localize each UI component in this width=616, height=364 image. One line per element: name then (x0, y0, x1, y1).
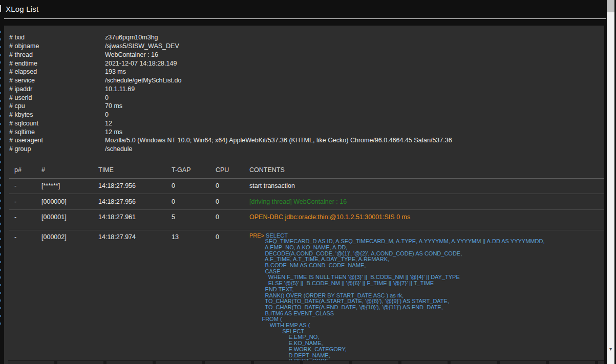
table-row[interactable]: - [000002] 14:18:27.974 13 0 PRE> SELECT… (9, 230, 604, 364)
info-label: # elapsed (4, 68, 105, 75)
info-value: 70 ms (105, 102, 604, 110)
cell-p: - (14, 213, 41, 221)
info-label: # useragent (4, 137, 105, 144)
info-value: Mozilla/5.0 (Windows NT 10.0; Win64; x64… (105, 137, 604, 144)
info-value: z37u6pqm10m3hg (105, 34, 604, 41)
info-label: # group (4, 145, 105, 153)
cell-cpu: 0 (216, 182, 249, 189)
info-value: /schedule (105, 145, 604, 153)
info-value: /sjwas5/SISW_WAS_DEV (105, 42, 604, 50)
info-label: # sqlcount (4, 120, 105, 127)
cell-num: [000001] (41, 213, 98, 221)
info-value: 2021-12-07 14:18:28.149 (105, 60, 604, 67)
page-title: XLog List (6, 5, 38, 13)
cell-contents-open-dbc: OPEN-DBC jdbc:oracle:thin:@10.1.2.51:300… (249, 213, 604, 221)
left-edge-mark (0, 5, 1, 12)
info-row-group: # group /schedule (4, 145, 604, 154)
info-label: # kbytes (4, 111, 105, 118)
info-row-sqltime: # sqltime 12 ms (4, 127, 604, 136)
column-header-num: # (41, 166, 98, 174)
cell-time: 14:18:27.974 (98, 233, 172, 241)
info-row-objname: # objname /sjwas5/SISW_WAS_DEV (4, 42, 604, 51)
info-row-kbytes: # kbytes 0 (4, 111, 604, 119)
info-row-useragent: # useragent Mozilla/5.0 (Windows NT 10.0… (4, 136, 604, 145)
scroll-down-icon[interactable]: ▾ (607, 345, 614, 353)
cell-num: [******] (41, 182, 98, 189)
table-row[interactable]: - [000001] 14:18:27.961 5 0 OPEN-DBC jdb… (9, 210, 604, 230)
info-value: 10.1.11.69 (105, 85, 604, 93)
info-label: # ipaddr (4, 85, 105, 93)
info-row-txid: # txid z37u6pqm10m3hg (4, 33, 604, 42)
cell-contents-driving-thread: [driving thread] WebContainer : 16 (249, 198, 604, 205)
cell-num: [000002] (41, 233, 98, 241)
info-value: 193 ms (105, 68, 604, 75)
table-row[interactable]: - [******] 14:18:27.956 0 0 start transa… (9, 179, 604, 194)
info-label: # endtime (4, 60, 105, 67)
info-label: # sqltime (4, 129, 105, 136)
info-row-ipaddr: # ipaddr 10.1.11.69 (4, 85, 604, 94)
info-row-userid: # userid 0 (4, 93, 604, 102)
vertical-scrollbar[interactable]: ▾ (607, 0, 614, 364)
column-header-p: p# (14, 166, 41, 174)
info-value: 12 (105, 120, 604, 127)
info-label: # cpu (4, 102, 105, 110)
clipped-bottom-bar (8, 360, 604, 364)
cell-tgap: 0 (172, 198, 216, 205)
table-row[interactable]: - [000000] 14:18:27.956 0 0 [driving thr… (9, 194, 604, 210)
info-row-elapsed: # elapsed 193 ms (4, 68, 604, 76)
table-header: p# # TIME T-GAP CPU CONTENTS (9, 162, 604, 179)
info-label: # thread (4, 51, 105, 58)
cell-p: - (14, 233, 41, 241)
cell-contents: start transaction (249, 182, 604, 189)
info-value: 0 (105, 94, 604, 101)
info-label: # service (4, 77, 105, 84)
info-row-sqlcount: # sqlcount 12 (4, 119, 604, 128)
transaction-info: # txid z37u6pqm10m3hg # objname /sjwas5/… (4, 26, 604, 154)
column-header-time: TIME (98, 166, 172, 174)
cell-cpu: 0 (216, 213, 249, 221)
left-edge-marks (0, 31, 1, 330)
cell-tgap: 13 (172, 233, 216, 241)
info-row-endtime: # endtime 2021-12-07 14:18:28.149 (4, 59, 604, 68)
info-label: # userid (4, 94, 105, 101)
cell-time: 14:18:27.961 (98, 213, 172, 221)
cell-time: 14:18:27.956 (98, 182, 172, 189)
column-header-cpu: CPU (216, 166, 249, 174)
info-label: # txid (4, 34, 105, 41)
cell-tgap: 0 (172, 182, 216, 189)
info-value: WebContainer : 16 (105, 51, 604, 58)
cell-p: - (14, 182, 41, 189)
sql-statement: SELECT SEQ_TIMECARD_D AS ID, A.SEQ_TIMEC… (249, 233, 544, 364)
info-row-thread: # thread WebContainer : 16 (4, 51, 604, 59)
info-value: /schedule/getMySchList.do (105, 77, 604, 84)
cell-cpu: 0 (216, 233, 249, 241)
cell-cpu: 0 (216, 198, 249, 205)
info-row-cpu: # cpu 70 ms (4, 102, 604, 111)
info-label: # objname (4, 42, 105, 50)
column-header-tgap: T-GAP (172, 166, 216, 174)
sql-prefix-label: PRE> (249, 233, 264, 239)
profile-table: p# # TIME T-GAP CPU CONTENTS - [******] … (4, 162, 604, 364)
info-row-service: # service /schedule/getMySchList.do (4, 76, 604, 85)
info-value: 0 (105, 111, 604, 118)
title-divider (4, 18, 606, 19)
cell-contents-sql: PRE> SELECT SEQ_TIMECARD_D AS ID, A.SEQ_… (249, 233, 604, 364)
cell-num: [000000] (41, 198, 98, 205)
scrollbar-thumb[interactable] (607, 0, 614, 12)
info-value: 12 ms (105, 129, 604, 136)
cell-tgap: 5 (172, 213, 216, 221)
cell-p: - (14, 198, 41, 205)
cell-time: 14:18:27.956 (98, 198, 172, 205)
column-header-contents: CONTENTS (249, 166, 604, 174)
xlog-detail-panel: # txid z37u6pqm10m3hg # objname /sjwas5/… (4, 26, 604, 364)
